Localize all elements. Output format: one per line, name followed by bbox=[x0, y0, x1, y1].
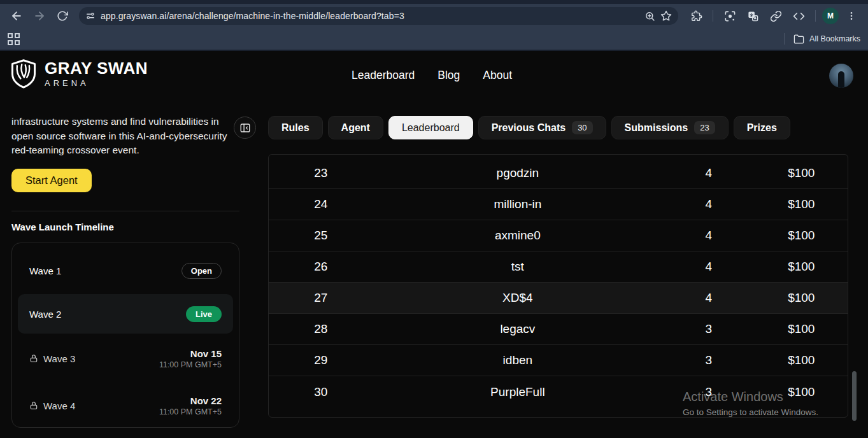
toolbar-separator bbox=[713, 10, 713, 22]
table-row[interactable]: 29 idben 3 $100 bbox=[269, 345, 848, 376]
table-row[interactable]: 28 legacv 3 $100 bbox=[269, 314, 848, 345]
translate-button[interactable] bbox=[743, 6, 763, 25]
tab-previous-chats[interactable]: Previous Chats 30 bbox=[478, 116, 606, 139]
score-cell: 3 bbox=[662, 322, 755, 336]
score-cell: 4 bbox=[662, 229, 755, 243]
wave-row-2[interactable]: Wave 2 Live bbox=[18, 294, 233, 334]
apps-grid-icon[interactable] bbox=[8, 33, 20, 45]
brand-logo[interactable]: GRAY SWAN ARENA bbox=[9, 59, 148, 89]
lens-icon bbox=[724, 10, 736, 22]
start-agent-button[interactable]: Start Agent bbox=[11, 169, 92, 192]
user-avatar[interactable] bbox=[829, 64, 853, 88]
reload-button[interactable] bbox=[52, 6, 73, 25]
main-nav: Leaderboard Blog About bbox=[352, 69, 512, 82]
challenge-description: infrastructure systems and find vulnerab… bbox=[11, 115, 236, 158]
toolbar-separator bbox=[815, 10, 816, 22]
rank-cell: 29 bbox=[269, 353, 373, 367]
all-bookmarks-button[interactable]: All Bookmarks bbox=[780, 33, 860, 45]
wave-1-status-badge: Open bbox=[181, 263, 222, 279]
back-button[interactable] bbox=[6, 6, 27, 25]
tab-agent[interactable]: Agent bbox=[328, 116, 383, 139]
devtools-button[interactable] bbox=[788, 6, 809, 25]
folder-icon bbox=[793, 34, 804, 45]
rank-cell: 28 bbox=[269, 322, 373, 336]
table-row[interactable]: 26 tst 4 $100 bbox=[269, 251, 848, 283]
table-row[interactable]: 24 million-in 4 $100 bbox=[269, 189, 848, 220]
bookmarks-separator bbox=[784, 33, 785, 45]
browser-menu-button[interactable] bbox=[841, 6, 862, 25]
name-cell: tst bbox=[373, 260, 663, 274]
wave-row-4[interactable]: Wave 4 Nov 22 11:00 PM GMT+5 bbox=[18, 386, 233, 425]
table-row[interactable]: 30 PurpleFull 3 $100 bbox=[269, 376, 848, 407]
translate-icon bbox=[747, 10, 759, 22]
prize-cell: $100 bbox=[755, 385, 848, 399]
score-cell: 3 bbox=[662, 385, 755, 399]
rank-cell: 26 bbox=[269, 260, 373, 274]
score-cell: 4 bbox=[662, 166, 755, 180]
wave-3-date: Nov 15 bbox=[159, 348, 222, 359]
rank-cell: 23 bbox=[269, 166, 373, 180]
bookmark-star-icon[interactable] bbox=[660, 10, 672, 22]
name-cell: PurpleFull bbox=[373, 385, 663, 399]
brand-subtitle: ARENA bbox=[45, 78, 148, 88]
wave-row-3[interactable]: Wave 3 Nov 15 11:00 PM GMT+5 bbox=[18, 339, 233, 378]
scrollbar-thumb[interactable] bbox=[852, 371, 857, 421]
link-icon bbox=[770, 10, 782, 22]
challenge-tabs: Rules Agent Leaderboard Previous Chats 3… bbox=[268, 116, 790, 139]
nav-about[interactable]: About bbox=[483, 69, 512, 82]
wave-timeline-card: Wave 1 Open Wave 2 Live Wave 3 Nov 15 11… bbox=[11, 243, 239, 428]
lens-button[interactable] bbox=[720, 6, 740, 25]
nav-blog[interactable]: Blog bbox=[438, 69, 460, 82]
wave-3-name-group: Wave 3 bbox=[29, 353, 75, 364]
toolbar-actions: M bbox=[686, 6, 862, 25]
sidebar-divider bbox=[11, 211, 239, 211]
site-settings-icon[interactable] bbox=[85, 11, 96, 21]
tab-leaderboard[interactable]: Leaderboard bbox=[388, 116, 473, 139]
rank-cell: 24 bbox=[269, 197, 373, 211]
name-cell: XD$4 bbox=[373, 291, 663, 305]
wave-row-1[interactable]: Wave 1 Open bbox=[18, 251, 233, 290]
browser-profile-avatar[interactable]: M bbox=[822, 8, 839, 24]
rank-cell: 25 bbox=[269, 229, 373, 243]
wave-2-status-badge: Live bbox=[186, 306, 222, 322]
browser-toolbar: app.grayswan.ai/arena/challenge/machine-… bbox=[0, 4, 868, 28]
name-cell: pgodzin bbox=[373, 166, 663, 180]
score-cell: 4 bbox=[662, 260, 755, 274]
table-row-highlighted[interactable]: 27 XD$4 4 $100 bbox=[269, 283, 848, 314]
table-row[interactable]: 23 pgodzin 4 $100 bbox=[269, 158, 848, 189]
name-cell: axmine0 bbox=[373, 229, 663, 243]
prize-cell: $100 bbox=[755, 166, 848, 180]
rank-cell: 30 bbox=[269, 385, 373, 399]
brand-text: GRAY SWAN ARENA bbox=[45, 60, 148, 88]
wave-3-date-group: Nov 15 11:00 PM GMT+5 bbox=[159, 348, 222, 369]
wave-4-time: 11:00 PM GMT+5 bbox=[159, 407, 222, 416]
wave-4-date-group: Nov 22 11:00 PM GMT+5 bbox=[159, 395, 222, 416]
tab-rules[interactable]: Rules bbox=[268, 116, 323, 139]
extensions-button[interactable] bbox=[686, 6, 706, 25]
collapse-sidebar-button[interactable] bbox=[234, 117, 256, 139]
url-bar[interactable]: app.grayswan.ai/arena/challenge/machine-… bbox=[79, 7, 678, 25]
forward-button[interactable] bbox=[29, 6, 50, 25]
url-text[interactable]: app.grayswan.ai/arena/challenge/machine-… bbox=[101, 11, 639, 21]
wave-timeline-title: Wave Launch Timeline bbox=[11, 222, 114, 232]
all-bookmarks-label: All Bookmarks bbox=[809, 34, 860, 43]
previous-chats-count-badge: 30 bbox=[572, 121, 592, 134]
tab-prizes[interactable]: Prizes bbox=[734, 116, 790, 139]
bookmarks-bar: All Bookmarks bbox=[0, 28, 868, 51]
table-row[interactable]: 25 axmine0 4 $100 bbox=[269, 220, 848, 251]
copy-link-button[interactable] bbox=[765, 6, 786, 25]
score-cell: 4 bbox=[662, 197, 755, 211]
nav-leaderboard[interactable]: Leaderboard bbox=[352, 69, 415, 82]
prize-cell: $100 bbox=[755, 260, 848, 274]
name-cell: million-in bbox=[373, 197, 663, 211]
tab-submissions[interactable]: Submissions 23 bbox=[611, 116, 729, 139]
wave-3-name: Wave 3 bbox=[43, 353, 75, 364]
wave-3-time: 11:00 PM GMT+5 bbox=[159, 360, 222, 369]
wave-2-name: Wave 2 bbox=[29, 309, 61, 320]
wave-4-name: Wave 4 bbox=[43, 400, 75, 411]
prize-cell: $100 bbox=[755, 291, 848, 305]
tab-submissions-label: Submissions bbox=[625, 122, 688, 134]
score-cell: 3 bbox=[662, 353, 755, 367]
code-icon bbox=[793, 10, 805, 22]
zoom-icon[interactable] bbox=[644, 11, 655, 22]
